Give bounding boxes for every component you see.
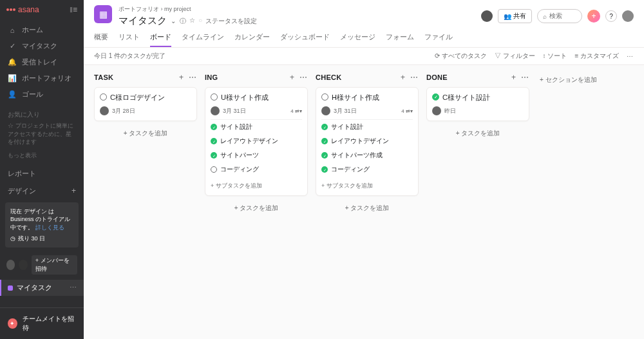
user-avatar[interactable] [622, 10, 634, 22]
add-task-button[interactable]: + タスクを追加 [205, 201, 308, 215]
invite-members-button[interactable]: + メンバーを招待 [32, 255, 77, 275]
check-icon[interactable]: ✓ [211, 124, 217, 130]
complete-icon[interactable] [321, 93, 328, 101]
check-icon[interactable]: ✓ [321, 138, 328, 144]
add-task-button[interactable]: + タスクを追加 [426, 126, 529, 140]
add-icon[interactable]: + [71, 186, 76, 195]
nav-icon: 👤 [8, 90, 17, 99]
page-title: マイタスク [118, 15, 167, 27]
reports-label[interactable]: レポート [0, 165, 84, 182]
chevron-down-icon[interactable]: ⌄ [171, 17, 176, 24]
clock-icon: ◷ [10, 235, 15, 243]
more-icon[interactable]: ⋯ [299, 73, 308, 82]
sidebar-nav-item[interactable]: ✓マイタスク [0, 38, 84, 54]
tab[interactable]: ボード [150, 32, 171, 47]
asana-logo[interactable]: asana [6, 5, 39, 14]
collapse-icon[interactable]: ⦀≡ [70, 5, 77, 14]
sidebar-project[interactable]: マイタスク ⋯ [0, 280, 84, 296]
assignee-avatar[interactable] [321, 106, 330, 115]
check-icon[interactable]: ✓ [321, 166, 328, 173]
tab[interactable]: タイムライン [182, 32, 224, 47]
main: ▦ ポートフォリオ › my project マイタスク ⌄ ⓘ ☆ ○ ステー… [84, 0, 644, 339]
trial-link[interactable]: 詳しく見る [35, 224, 64, 231]
subtask-row[interactable]: ✓サイトパーツ [211, 148, 302, 162]
add-task-button[interactable]: + タスクを追加 [94, 126, 197, 140]
subtask-row[interactable]: ✓レイアウトデザイン [211, 134, 302, 148]
subtask-row[interactable]: ✓コーディング [321, 162, 413, 177]
more-icon[interactable]: ⋯ [521, 73, 529, 82]
members-row: + メンバーを招待 [0, 250, 84, 280]
search-input[interactable]: ⌕ 検索 [537, 9, 582, 23]
check-icon[interactable]: ✓ [321, 152, 328, 159]
design-section[interactable]: デザイン + [0, 182, 84, 200]
more-icon[interactable]: ⋯ [627, 53, 634, 60]
avatar[interactable] [481, 10, 493, 22]
more-icon[interactable]: ⋯ [410, 73, 419, 82]
breadcrumb[interactable]: ポートフォリオ › my project [118, 5, 257, 14]
complete-icon[interactable]: ✓ [432, 93, 439, 101]
avatar[interactable] [19, 260, 27, 270]
tab[interactable]: フォーム [386, 32, 414, 47]
complete-icon[interactable] [100, 93, 107, 101]
add-card-icon[interactable]: + [179, 73, 184, 82]
add-subtask[interactable]: + サブタスクを追加 [211, 179, 302, 190]
check-icon[interactable]: ✓ [211, 166, 217, 173]
subtask-row[interactable]: ✓サイト設計 [321, 120, 413, 134]
sidebar-nav-item[interactable]: 📊ポートフォリオ [0, 70, 84, 86]
sort-button[interactable]: ↕ ソート [543, 52, 567, 61]
add-task-button[interactable]: + タスクを追加 [316, 201, 419, 215]
more-icon[interactable]: ⋯ [70, 284, 77, 292]
subtask-row[interactable]: ✓サイト設計 [211, 120, 302, 134]
nav-icon: ✓ [8, 42, 17, 50]
tab[interactable]: 概要 [94, 32, 108, 47]
subtask-row[interactable]: ✓サイトパーツ作成 [321, 148, 413, 162]
due-date: 3月 28日 [112, 107, 135, 115]
complete-icon[interactable] [211, 93, 218, 101]
all-tasks-filter[interactable]: ⟳ すべてのタスク [435, 52, 487, 61]
show-more[interactable]: もっと表示 [0, 150, 84, 165]
add-card-icon[interactable]: + [290, 73, 294, 82]
task-card[interactable]: H様サイト作成 3月 31日4 ⇄▾✓サイト設計✓レイアウトデザイン✓サイトパー… [316, 87, 419, 196]
add-button[interactable]: + [587, 10, 600, 23]
assignee-avatar[interactable] [432, 106, 441, 115]
add-section-button[interactable]: + セクションを追加 [537, 73, 600, 331]
tab[interactable]: リスト [118, 32, 140, 47]
check-icon[interactable]: ✓ [211, 138, 217, 144]
sidebar-nav-item[interactable]: ⌂ホーム [0, 22, 84, 38]
filter-button[interactable]: ▽ フィルター [495, 52, 535, 61]
check-icon[interactable]: ✓ [321, 124, 328, 130]
sidebar-nav-item[interactable]: 🔔受信トレイ [0, 54, 84, 70]
star-icon[interactable]: ☆ [189, 17, 195, 26]
status-button[interactable]: ステータスを設定 [205, 17, 257, 26]
trial-days: ◷ 残り 30 日 [10, 235, 73, 243]
board-column: ING +⋯U様サイト作成 3月 31日4 ⇄▾✓サイト設計✓レイアウトデザイン… [205, 73, 308, 331]
check-icon[interactable]: ✓ [211, 152, 217, 159]
customize-button[interactable]: ≡ カスタマイズ [574, 52, 619, 61]
add-subtask[interactable]: + サブタスクを追加 [321, 179, 413, 190]
share-button[interactable]: 👥 共有 [498, 9, 532, 23]
add-card-icon[interactable]: + [511, 73, 516, 82]
help-button[interactable]: ? [605, 10, 617, 22]
add-card-icon[interactable]: + [401, 73, 405, 82]
card-title: C様ロゴデザイン [110, 93, 165, 102]
more-icon[interactable]: ⋯ [189, 73, 197, 82]
assignee-avatar[interactable] [100, 106, 109, 115]
assignee-avatar[interactable] [211, 106, 220, 115]
tab[interactable]: ファイル [424, 32, 453, 47]
project-icon[interactable]: ▦ [94, 5, 112, 23]
task-card[interactable]: U様サイト作成 3月 31日4 ⇄▾✓サイト設計✓レイアウトデザイン✓サイトパー… [205, 87, 308, 196]
card-title: H様サイト作成 [332, 93, 379, 102]
sidebar-nav-item[interactable]: 👤ゴール [0, 86, 84, 102]
task-card[interactable]: C様ロゴデザイン 3月 28日 [94, 87, 197, 121]
subtask-count[interactable]: 4 ⇄▾ [401, 108, 413, 114]
task-card[interactable]: ✓C様サイト設計 昨日 [426, 87, 529, 121]
avatar[interactable] [6, 260, 15, 270]
subtask-row[interactable]: ✓レイアウトデザイン [321, 134, 413, 148]
tab[interactable]: メッセージ [340, 32, 375, 47]
tab[interactable]: ダッシュボード [280, 32, 330, 47]
invite-teammates[interactable]: ✦ チームメイトを招待 [0, 307, 84, 339]
info-icon[interactable]: ⓘ [180, 17, 186, 26]
subtask-count[interactable]: 4 ⇄▾ [290, 108, 302, 114]
subtask-row[interactable]: ✓コーディング [211, 162, 302, 177]
tab[interactable]: カレンダー [234, 32, 270, 47]
